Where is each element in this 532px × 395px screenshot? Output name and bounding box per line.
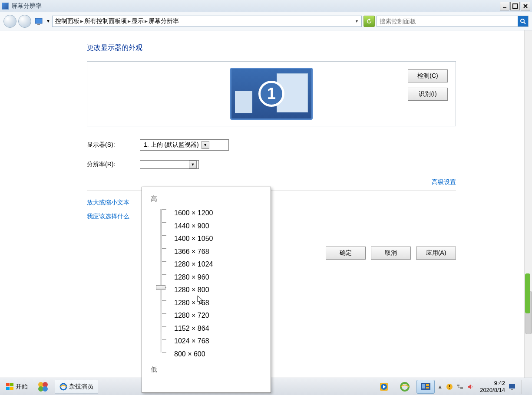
resolution-slider[interactable]	[158, 209, 165, 352]
resolution-option[interactable]: 1400 × 1050	[174, 235, 213, 244]
display-preview-box: 1 检测(C) 识别(I)	[87, 61, 456, 126]
nav-bar: ▼ 控制面板 ▶ 所有控制面板项 ▶ 显示 ▶ 屏幕分辨率 ▼	[0, 12, 532, 30]
start-label: 开始	[16, 383, 28, 391]
svg-point-4	[521, 19, 524, 23]
title-bar: 屏幕分辨率	[0, 0, 532, 12]
taskbar-clock[interactable]: 9:42 2020/8/14	[480, 380, 505, 393]
crumb-resolution[interactable]: 屏幕分辨率	[149, 17, 179, 25]
crumb-control-panel[interactable]: 控制面板	[55, 17, 79, 25]
slider-low-label: 低	[151, 365, 262, 374]
svg-rect-0	[503, 7, 506, 8]
window-icon	[2, 3, 9, 10]
svg-rect-19	[426, 384, 429, 386]
resolution-list: 1600 × 12001440 × 9001400 × 10501366 × 7…	[174, 209, 213, 359]
address-bar[interactable]: 控制面板 ▶ 所有控制面板项 ▶ 显示 ▶ 屏幕分辨率 ▼	[52, 16, 362, 27]
display-select-value: 1. 上的 (默认监视器)	[144, 141, 199, 149]
back-button[interactable]	[3, 15, 17, 28]
ok-button[interactable]: 确定	[326, 247, 366, 260]
crumb-all-items[interactable]: 所有控制面板项	[84, 17, 127, 25]
taskbar-ie-item[interactable]: 杂技演员	[55, 380, 98, 394]
mouse-cursor-icon	[197, 295, 204, 305]
window-title: 屏幕分辨率	[11, 2, 42, 10]
resolution-label: 分辨率(R):	[87, 161, 140, 168]
identify-button[interactable]: 识别(I)	[408, 88, 448, 101]
window-controls	[500, 2, 530, 10]
resolution-select[interactable]: ▼	[140, 160, 199, 169]
taskbar-ie-icon[interactable]	[396, 380, 414, 394]
search-box[interactable]	[377, 16, 529, 27]
chevron-down-icon: ▼	[202, 141, 209, 149]
crumb-display[interactable]: 显示	[132, 17, 144, 25]
resolution-option[interactable]: 1440 × 900	[174, 222, 213, 232]
taskbar-control-panel-icon[interactable]	[416, 380, 435, 394]
refresh-button[interactable]	[363, 16, 375, 27]
svg-rect-24	[509, 384, 515, 388]
resolution-option[interactable]: 1366 × 768	[174, 248, 213, 257]
clock-date: 2020/8/14	[480, 387, 505, 394]
close-button[interactable]	[521, 2, 530, 10]
start-button[interactable]: 开始	[3, 380, 31, 394]
scroll-indicator	[525, 273, 530, 313]
slider-high-label: 高	[151, 195, 262, 203]
svg-point-16	[401, 383, 409, 391]
breadcrumb-dropdown-icon[interactable]: ▼	[46, 19, 50, 23]
maximize-button[interactable]	[510, 2, 520, 10]
svg-rect-18	[422, 384, 425, 388]
search-input[interactable]	[377, 18, 518, 25]
ie-icon	[59, 383, 67, 391]
resolution-dropdown-popup: 高 1600 × 12001440 × 9001400 × 10501366 ×…	[142, 187, 271, 393]
display-label: 显示器(S):	[87, 141, 140, 149]
resolution-option[interactable]: 800 × 600	[174, 350, 213, 360]
resolution-option[interactable]: 1280 × 1024	[174, 260, 213, 270]
resolution-option[interactable]: 1280 × 800	[174, 286, 213, 296]
tray-expand-icon[interactable]: ▲	[437, 384, 443, 390]
show-desktop-button[interactable]	[522, 380, 528, 394]
taskbar-item-label: 杂技演员	[69, 383, 93, 391]
resolution-option[interactable]: 1600 × 1200	[174, 209, 213, 219]
svg-point-13	[60, 384, 66, 390]
advanced-settings-link[interactable]: 高级设置	[432, 178, 456, 186]
tray-volume-icon[interactable]	[467, 383, 474, 390]
taskbar-media-player-icon[interactable]	[375, 380, 393, 394]
cancel-button[interactable]: 取消	[371, 247, 411, 260]
tray-monitor-icon[interactable]	[509, 383, 515, 390]
svg-point-12	[43, 386, 48, 392]
page-heading: 更改显示器的外观	[87, 43, 456, 53]
svg-rect-6	[10, 383, 13, 386]
search-button[interactable]	[518, 16, 528, 26]
taskbar-app-1-icon[interactable]	[34, 380, 52, 394]
monitor-preview[interactable]: 1	[230, 68, 313, 120]
resolution-option[interactable]: 1280 × 960	[174, 273, 213, 283]
windows-logo-icon	[6, 383, 14, 391]
clock-time: 9:42	[480, 380, 505, 387]
svg-rect-5	[6, 383, 10, 386]
detect-button[interactable]: 检测(C)	[408, 69, 448, 82]
svg-rect-25	[511, 389, 513, 390]
tray-network-icon[interactable]	[456, 383, 463, 390]
apply-button[interactable]: 应用(A)	[416, 247, 456, 260]
tray-security-icon[interactable]	[446, 383, 453, 390]
svg-rect-7	[6, 387, 10, 390]
resolution-option[interactable]: 1280 × 768	[174, 299, 213, 309]
svg-rect-8	[10, 387, 13, 390]
resolution-option[interactable]: 1024 × 768	[174, 337, 213, 347]
system-tray: ▲ 9:42 2020/8/14	[437, 380, 529, 394]
address-dropdown-icon[interactable]: ▼	[355, 19, 359, 23]
resolution-option[interactable]: 1152 × 864	[174, 325, 213, 334]
resolution-option[interactable]: 1280 × 720	[174, 312, 213, 321]
svg-rect-2	[35, 18, 42, 23]
chevron-down-icon: ▼	[189, 161, 197, 168]
forward-button[interactable]	[18, 15, 31, 28]
slider-thumb[interactable]	[156, 285, 165, 290]
display-select[interactable]: 1. 上的 (默认监视器) ▼	[140, 139, 229, 151]
svg-rect-3	[37, 24, 40, 25]
svg-rect-22	[457, 385, 459, 386]
svg-rect-1	[513, 4, 517, 8]
vertical-scrollbar[interactable]	[524, 30, 532, 378]
minimize-button[interactable]	[500, 2, 509, 10]
control-panel-icon	[33, 16, 44, 26]
svg-rect-20	[426, 387, 429, 388]
monitor-number: 1	[258, 81, 284, 107]
